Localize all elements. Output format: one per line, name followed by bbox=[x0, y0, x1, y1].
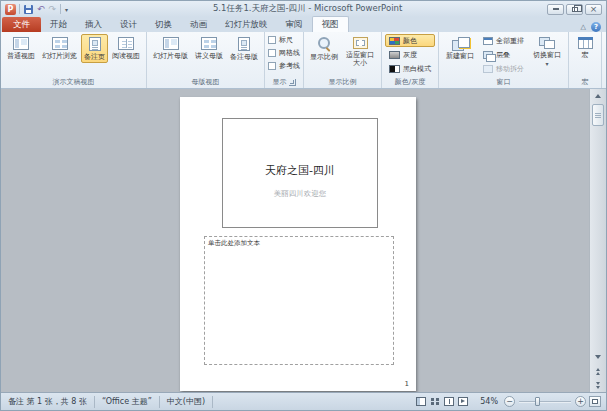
group-label: 显示 bbox=[273, 76, 287, 88]
notes-page-button[interactable]: 备注页 bbox=[81, 34, 108, 63]
arrange-all-button[interactable]: 全部重排 bbox=[479, 34, 528, 47]
double-arrow-up-icon bbox=[596, 372, 600, 375]
help-icon[interactable]: ? bbox=[591, 22, 601, 32]
separator bbox=[19, 4, 20, 14]
gridlines-checkbox[interactable]: 网格线 bbox=[268, 47, 300, 59]
zoom-percentage[interactable]: 54% bbox=[474, 397, 504, 406]
button-label: 适应窗口大小 bbox=[345, 51, 375, 67]
group-label: 显示比例 bbox=[305, 76, 380, 88]
cascade-icon bbox=[483, 51, 493, 59]
button-label: 阅读视图 bbox=[112, 52, 140, 60]
notes-master-icon bbox=[238, 37, 250, 51]
zoom-out-button[interactable]: − bbox=[504, 396, 515, 407]
guides-checkbox[interactable]: 参考线 bbox=[268, 60, 300, 72]
normal-view-shortcut-icon[interactable] bbox=[416, 397, 426, 406]
macros-button[interactable]: 宏 bbox=[572, 34, 598, 61]
language-indicator[interactable]: 中文(中国) bbox=[160, 396, 213, 408]
tab-home[interactable]: 开始 bbox=[41, 17, 76, 32]
black-white-swatch-icon bbox=[389, 65, 400, 73]
slide-sorter-shortcut-icon[interactable] bbox=[430, 397, 440, 406]
color-mode-button[interactable]: 颜色 bbox=[385, 34, 435, 47]
move-split-icon bbox=[483, 65, 493, 73]
group-macros: 宏 宏 bbox=[569, 32, 602, 88]
group-show: 标尺 网格线 参考线 显示 bbox=[265, 32, 304, 88]
notes-master-button[interactable]: 备注母版 bbox=[227, 34, 261, 63]
notes-placeholder[interactable]: 单击此处添加文本 bbox=[204, 236, 394, 365]
collapse-ribbon-icon[interactable]: △ bbox=[581, 23, 586, 31]
zoom-button[interactable]: 显示比例 bbox=[307, 34, 341, 63]
group-master-views: 幻灯片母版 讲义母版 备注母版 母版视图 bbox=[147, 32, 265, 88]
checkbox-label: 参考线 bbox=[279, 61, 300, 71]
scrollbar-thumb[interactable] bbox=[592, 104, 604, 126]
double-arrow-up-icon bbox=[596, 368, 600, 371]
view-shortcut-buttons bbox=[410, 397, 474, 406]
tab-file[interactable]: 文件 bbox=[2, 17, 41, 32]
group-window: 新建窗口 全部重排 层叠 移动拆分 bbox=[439, 32, 569, 88]
new-window-button[interactable]: 新建窗口 bbox=[442, 34, 478, 62]
button-label: 层叠 bbox=[496, 50, 510, 60]
close-button[interactable]: × bbox=[585, 4, 602, 15]
button-label: 宏 bbox=[582, 51, 589, 59]
slide-master-button[interactable]: 幻灯片母版 bbox=[150, 34, 191, 62]
scroll-up-button[interactable] bbox=[591, 89, 605, 103]
restore-button[interactable] bbox=[566, 4, 583, 15]
dialog-launcher-icon[interactable] bbox=[289, 79, 296, 86]
macros-icon bbox=[578, 37, 593, 49]
tab-transitions[interactable]: 切换 bbox=[146, 17, 181, 32]
button-label: 移动拆分 bbox=[496, 64, 524, 74]
reading-view-icon bbox=[118, 37, 134, 50]
checkbox-label: 标尺 bbox=[279, 35, 293, 45]
group-label: 母版视图 bbox=[148, 76, 263, 88]
chevron-down-icon: ▾ bbox=[545, 61, 548, 66]
status-bar: 备注 第 1 张，共 8 张 “Office 主题” 中文(中国) 54% − … bbox=[1, 392, 606, 410]
title-bar: P ↶ ↷ ▾ 5.1任务1.天府之国-四川 - Microsoft Power… bbox=[1, 1, 606, 17]
slide-subtitle: 美丽四川欢迎您 bbox=[223, 189, 377, 199]
powerpoint-app-icon[interactable]: P bbox=[5, 4, 16, 15]
group-label: 窗口 bbox=[440, 76, 567, 88]
notes-page-icon bbox=[89, 37, 101, 51]
tab-review[interactable]: 审阅 bbox=[277, 17, 312, 32]
undo-icon[interactable]: ↶ bbox=[37, 5, 45, 14]
ribbon-empty-space bbox=[602, 32, 606, 88]
zoom-slider-thumb[interactable] bbox=[535, 397, 540, 406]
grayscale-button[interactable]: 灰度 bbox=[385, 48, 435, 61]
previous-slide-button[interactable] bbox=[591, 364, 605, 378]
tab-slideshow[interactable]: 幻灯片放映 bbox=[216, 17, 277, 32]
switch-windows-icon bbox=[539, 37, 555, 49]
tab-view[interactable]: 视图 bbox=[312, 16, 349, 32]
slide-thumbnail[interactable]: 天府之国-四川 美丽四川欢迎您 bbox=[222, 118, 378, 228]
next-slide-button[interactable] bbox=[591, 378, 605, 392]
save-icon[interactable] bbox=[24, 5, 33, 14]
window-controls: × bbox=[547, 4, 602, 15]
theme-name[interactable]: “Office 主题” bbox=[95, 396, 160, 408]
cascade-button[interactable]: 层叠 bbox=[479, 48, 528, 61]
scroll-down-button[interactable] bbox=[591, 350, 605, 364]
window-title: 5.1任务1.天府之国-四川 - Microsoft PowerPoint bbox=[68, 3, 547, 15]
fit-slide-to-window-button[interactable] bbox=[589, 396, 601, 407]
black-white-button[interactable]: 黑白模式 bbox=[385, 62, 435, 75]
fit-to-window-button[interactable]: 适应窗口大小 bbox=[342, 34, 378, 69]
redo-icon[interactable]: ↷ bbox=[49, 5, 57, 14]
slide-sorter-button[interactable]: 幻灯片浏览 bbox=[39, 34, 80, 62]
close-icon: × bbox=[590, 5, 598, 13]
zoom-slider[interactable] bbox=[519, 396, 571, 407]
handout-master-button[interactable]: 讲义母版 bbox=[192, 34, 226, 62]
normal-view-button[interactable]: 普通视图 bbox=[4, 34, 38, 62]
reading-view-button[interactable]: 阅读视图 bbox=[109, 34, 143, 62]
reading-view-shortcut-icon[interactable] bbox=[444, 397, 454, 406]
ruler-checkbox[interactable]: 标尺 bbox=[268, 34, 300, 46]
zoom-in-button[interactable]: + bbox=[575, 396, 586, 407]
tab-animations[interactable]: 动画 bbox=[181, 17, 216, 32]
button-label: 灰度 bbox=[403, 50, 417, 60]
double-arrow-down-icon bbox=[596, 386, 600, 389]
switch-windows-button[interactable]: 切换窗口 ▾ bbox=[529, 34, 565, 68]
button-label: 备注母版 bbox=[230, 53, 258, 61]
minimize-button[interactable] bbox=[547, 4, 564, 15]
slide-sorter-icon bbox=[52, 37, 68, 50]
grayscale-swatch-icon bbox=[389, 51, 400, 59]
tab-insert[interactable]: 插入 bbox=[76, 17, 111, 32]
tab-design[interactable]: 设计 bbox=[111, 17, 146, 32]
slideshow-shortcut-icon[interactable] bbox=[458, 397, 468, 406]
vertical-scrollbar[interactable] bbox=[589, 89, 606, 392]
quick-access-toolbar: ↶ ↷ ▾ bbox=[19, 4, 68, 14]
